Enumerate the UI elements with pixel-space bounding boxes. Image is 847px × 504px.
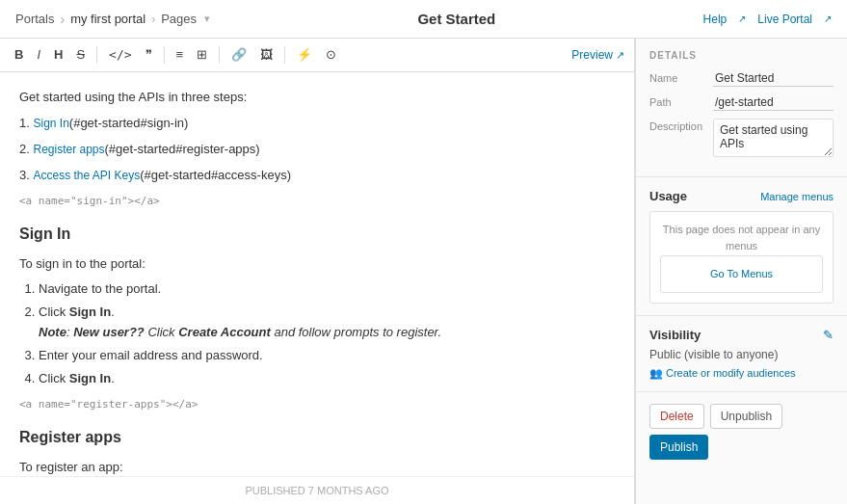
path-field-row: Path xyxy=(649,94,834,111)
publish-button[interactable]: Publish xyxy=(649,435,708,460)
breadcrumb: Portals › my first portal › Pages ▾ xyxy=(15,12,210,27)
pages-link[interactable]: Pages xyxy=(161,12,197,26)
help-link[interactable]: Help xyxy=(703,13,728,26)
main-layout: B I H S </> ❞ ≡ ⊞ 🔗 🖼 ⚡ ⊙ Preview ↗ Get … xyxy=(0,39,847,504)
register-heading: Register apps xyxy=(19,425,615,450)
bold-button[interactable]: B xyxy=(10,44,28,66)
signin-heading: Sign In xyxy=(19,222,615,247)
usage-title: Usage xyxy=(649,189,687,203)
signin-step-1: Navigate to the portal. xyxy=(39,279,615,300)
link-button[interactable]: 🔗 xyxy=(226,44,251,66)
top-nav-actions: Help ↗ Live Portal ↗ xyxy=(703,13,832,26)
editor-content[interactable]: Get started using the APIs in three step… xyxy=(0,72,634,476)
visibility-section: Visibility ✎ Public (visible to anyone) … xyxy=(636,316,847,392)
visibility-header: Visibility ✎ xyxy=(649,328,834,342)
audience-link[interactable]: 👥 Create or modify audiences xyxy=(649,367,834,380)
heading-button[interactable]: H xyxy=(49,44,67,66)
visibility-value: Public (visible to anyone) xyxy=(649,348,834,361)
register-intro: To register an app: xyxy=(19,458,615,476)
signin-step-4: Click Sign In. xyxy=(39,369,615,389)
breadcrumb-arrow: › xyxy=(151,13,155,26)
help-external-icon: ↗ xyxy=(738,13,746,24)
audience-label: Create or modify audiences xyxy=(666,367,796,379)
name-field-row: Name xyxy=(649,70,834,87)
manage-menus-link[interactable]: Manage menus xyxy=(760,191,834,202)
details-title: DETAILS xyxy=(649,50,834,61)
code-button[interactable]: </> xyxy=(104,44,136,66)
lightning-button[interactable]: ⚡ xyxy=(292,44,317,66)
name-label: Name xyxy=(649,70,707,84)
intro-text: Get started using the APIs in three step… xyxy=(19,88,615,108)
visibility-edit-button[interactable]: ✎ xyxy=(823,328,834,342)
name-input[interactable] xyxy=(713,70,834,87)
italic-button[interactable]: I xyxy=(32,44,45,66)
step1-link: 1. Sign In(#get-started#sign-in) xyxy=(19,114,615,134)
live-portal-external-icon: ↗ xyxy=(824,13,832,24)
preview-button[interactable]: Preview ↗ xyxy=(571,48,624,62)
anchor-register: <a name="register-apps"></a> xyxy=(19,396,615,413)
details-section: DETAILS Name Path Description Get starte… xyxy=(636,39,847,177)
sign-in-link[interactable]: Sign In xyxy=(33,117,68,130)
toolbar-sep3 xyxy=(219,46,220,64)
strikethrough-button[interactable]: S xyxy=(71,44,90,66)
grid-button[interactable]: ⊞ xyxy=(192,44,212,66)
toolbar-sep2 xyxy=(164,46,165,64)
usage-header: Usage Manage menus xyxy=(649,189,834,203)
go-to-menus-link[interactable]: Go To Menus xyxy=(660,255,823,293)
unpublish-button[interactable]: Unpublish xyxy=(710,404,782,429)
description-label: Description xyxy=(649,119,707,132)
editor-panel: B I H S </> ❞ ≡ ⊞ 🔗 🖼 ⚡ ⊙ Preview ↗ Get … xyxy=(0,39,635,504)
step2-link: 2. Register apps(#get-started#register-a… xyxy=(19,140,615,160)
description-field-row: Description Get started using APIs xyxy=(649,119,834,157)
toolbar-sep4 xyxy=(284,46,285,64)
top-nav: Portals › my first portal › Pages ▾ Get … xyxy=(0,0,847,39)
breadcrumb-sep1: › xyxy=(60,12,65,27)
path-input[interactable] xyxy=(713,94,834,111)
signin-step-2: Click Sign In. Note: New user?? Click Cr… xyxy=(39,303,615,343)
right-panel: DETAILS Name Path Description Get starte… xyxy=(635,39,847,504)
visibility-title: Visibility xyxy=(649,328,701,342)
signin-intro: To sign in to the portal: xyxy=(19,254,615,275)
page-title: Get Started xyxy=(417,11,495,27)
editor-toolbar: B I H S </> ❞ ≡ ⊞ 🔗 🖼 ⚡ ⊙ Preview ↗ xyxy=(0,39,634,72)
register-apps-link[interactable]: Register apps xyxy=(33,143,104,156)
step3-link: 3. Access the API Keys(#get-started#acce… xyxy=(19,166,615,186)
usage-section: Usage Manage menus This page does not ap… xyxy=(636,177,847,316)
description-input[interactable]: Get started using APIs xyxy=(713,119,834,157)
portal-name[interactable]: my first portal xyxy=(70,12,146,26)
signin-steps-list: Navigate to the portal. Click Sign In. N… xyxy=(39,279,615,388)
preview-label: Preview xyxy=(571,48,613,62)
help-button[interactable]: ⊙ xyxy=(321,44,341,66)
path-label: Path xyxy=(649,94,707,108)
toolbar-sep1 xyxy=(96,46,97,64)
delete-button[interactable]: Delete xyxy=(649,404,704,429)
action-buttons: Delete Unpublish Publish xyxy=(636,392,847,471)
list-button[interactable]: ≡ xyxy=(172,44,189,66)
no-menus-text: This page does not appear in any menus xyxy=(663,224,820,252)
access-keys-link[interactable]: Access the API Keys xyxy=(33,169,140,182)
editor-footer: PUBLISHED 7 MONTHS AGO xyxy=(0,476,634,504)
preview-icon: ↗ xyxy=(616,49,624,62)
chevron-down-icon[interactable]: ▾ xyxy=(204,13,210,25)
audience-icon: 👥 xyxy=(649,367,663,380)
anchor-signin: <a name="sign-in"></a> xyxy=(19,193,615,210)
portals-link[interactable]: Portals xyxy=(15,12,54,26)
quote-button[interactable]: ❞ xyxy=(141,44,157,66)
image-button[interactable]: 🖼 xyxy=(255,44,278,66)
usage-box: This page does not appear in any menus G… xyxy=(649,211,834,304)
live-portal-link[interactable]: Live Portal xyxy=(757,13,812,26)
signin-step-3: Enter your email address and password. xyxy=(39,346,615,366)
